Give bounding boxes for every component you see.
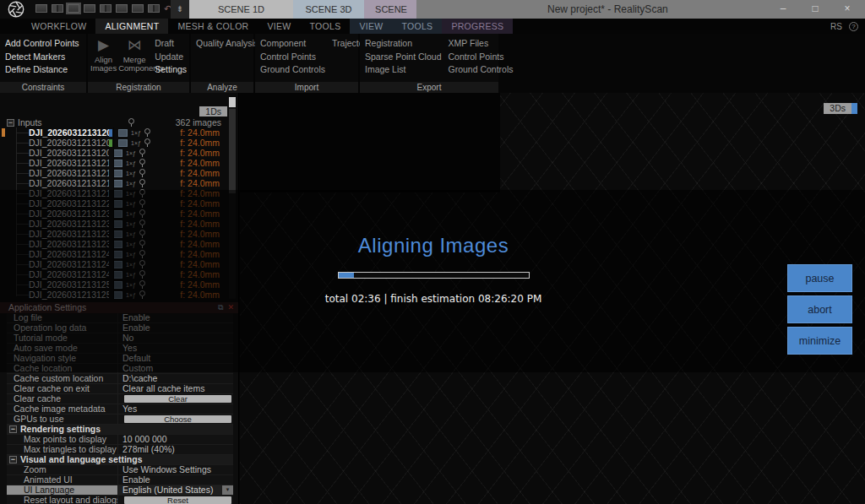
image-list-row[interactable]: DJI_20260312131227_01×ƒf: 24.0mm (0, 198, 238, 209)
view-badge-1ds[interactable]: 1Ds (199, 103, 227, 118)
quality-analysis-button[interactable]: Quality Analysis (196, 37, 258, 51)
ground-controls-button[interactable]: Ground Controls (448, 63, 513, 77)
detect-markers-button[interactable]: Detect Markers (5, 51, 79, 64)
ribbon-tab-alignment[interactable]: ALIGNMENT (95, 19, 168, 34)
settings-row[interactable]: Log fileEnable (7, 313, 233, 323)
image-list-row[interactable]: DJI_20260312131216_01×ƒf: 24.0mm (0, 178, 238, 188)
minimize-progress-button[interactable]: minimize (787, 327, 852, 355)
ribbon-tab-workflow[interactable]: WORKFLOW (22, 19, 95, 34)
control-points-button[interactable]: Control Points (260, 51, 325, 64)
image-list-row[interactable]: DJI_20260312131236_01×ƒf: 24.0mm (0, 229, 238, 239)
close-window-button[interactable]: × (831, 0, 863, 19)
define-distance-button[interactable]: Define Distance (5, 63, 79, 77)
settings-row[interactable]: Max triangles to display (Max...278mil (… (7, 445, 233, 455)
image-list-row[interactable]: DJI_20260312131253_01×ƒf: 24.0mm (0, 290, 238, 300)
image-list-row[interactable]: DJI_20260312131201_01×ƒf: 24.0mm (0, 127, 238, 138)
close-panel-icon[interactable]: ✕ (227, 302, 234, 313)
settings-row[interactable]: GPUs to useChoose (7, 415, 233, 425)
settings-row[interactable]: Navigation styleDefault (7, 354, 233, 364)
xmp-files-button[interactable]: XMP Files (448, 37, 513, 51)
ribbon-tab-tools[interactable]: TOOLS (393, 19, 443, 34)
image-list-button[interactable]: Image List (365, 63, 441, 77)
settings-row[interactable]: ZoomUse Windows Settings (7, 465, 233, 475)
image-list-row[interactable]: DJI_20260312131213_01×ƒf: 24.0mm (0, 168, 238, 178)
settings-row[interactable]: Cache locationCustom (7, 364, 233, 374)
ribbon-tab-view[interactable]: VIEW (258, 19, 301, 34)
add-control-points-button[interactable]: Add Control Points (5, 37, 79, 51)
settings-row[interactable]: Tutorial modeNo (7, 333, 233, 344)
settings-row[interactable]: Operation log dataEnable (7, 323, 233, 333)
settings-row[interactable]: Animated UIEnable (7, 475, 233, 485)
ribbon-tab-tools[interactable]: TOOLS (301, 19, 351, 34)
settings-button[interactable]: Settings (155, 63, 187, 77)
minimize-window-button[interactable]: – (767, 0, 799, 19)
scrollbar-top-button[interactable] (229, 97, 236, 107)
maximize-window-button[interactable]: □ (799, 0, 831, 19)
image-list-row[interactable]: DJI_20260312131204_01×ƒf: 24.0mm (0, 138, 238, 148)
image-list-row[interactable]: DJI_20260312131250_01×ƒf: 24.0mm (0, 279, 238, 290)
clear-button[interactable]: Clear (124, 395, 231, 403)
layout-two-pane-icon[interactable] (68, 4, 79, 13)
image-list-row[interactable]: DJI_20260312131244_01×ƒf: 24.0mm (0, 259, 238, 269)
ribbon-pin-icon[interactable]: ⇟ (171, 0, 189, 19)
settings-section-rendering-settings[interactable]: −Rendering settings (7, 425, 233, 435)
image-list-row[interactable]: DJI_20260312131238_01×ƒf: 24.0mm (0, 239, 238, 249)
layout-left-main-icon[interactable] (84, 4, 95, 13)
help-icon[interactable]: ? (849, 22, 858, 31)
scene-tab-scene-1d[interactable]: SCENE 1D (189, 0, 293, 19)
inputs-tree-root[interactable]: − Inputs (7, 117, 42, 127)
settings-row[interactable]: Clear cacheClear (7, 394, 233, 404)
ui-language-select[interactable]: English (United States) (118, 485, 222, 495)
settings-panel-header[interactable]: Application Settings ⧉ ✕ (0, 302, 238, 313)
chevron-down-icon[interactable]: ▼ (222, 485, 233, 495)
settings-row[interactable]: Clear cache on exitClear all cache items (7, 384, 233, 394)
settings-row[interactable]: Cache custom locationD:\cache (7, 374, 233, 384)
image-list-row[interactable]: DJI_20260312131241_01×ƒf: 24.0mm (0, 249, 238, 259)
layout-rows-icon[interactable] (132, 4, 144, 13)
scene-tab-scene[interactable]: SCENE (364, 0, 418, 19)
ribbon-tab-view[interactable]: VIEW (350, 19, 392, 34)
control-points-button[interactable]: Control Points (448, 51, 513, 64)
float-panel-icon[interactable]: ⧉ (218, 302, 223, 313)
layout-grid-icon[interactable] (116, 4, 128, 13)
image-list-row[interactable]: DJI_20260312131230_01×ƒf: 24.0mm (0, 209, 238, 219)
layout-mixed-icon[interactable] (148, 4, 160, 13)
pause-button[interactable]: pause (787, 264, 852, 292)
image-list-row[interactable]: DJI_20260312131219_01×ƒf: 24.0mm (0, 188, 238, 198)
choose-button[interactable]: Choose (124, 415, 231, 423)
view-badge-3ds[interactable]: 3Ds (824, 103, 857, 114)
image-list-row[interactable]: DJI_20260312131233_01×ƒf: 24.0mm (0, 219, 238, 229)
ground-controls-button[interactable]: Ground Controls (260, 63, 325, 77)
abort-button[interactable]: abort (787, 295, 852, 323)
settings-row[interactable]: UI LanguageEnglish (United States)▼ (7, 485, 233, 496)
layout-quad-icon[interactable] (100, 4, 112, 13)
layout-single-icon[interactable] (35, 4, 47, 13)
image-list-row[interactable]: DJI_20260312131247_01×ƒf: 24.0mm (0, 269, 238, 279)
registration-button[interactable]: Registration (365, 37, 441, 51)
sparse-point-cloud-button[interactable]: Sparse Point Cloud (365, 51, 441, 64)
ribbon-tab-progress[interactable]: PROGRESS (442, 19, 513, 34)
settings-row[interactable]: Max points to display10 000 000 (7, 435, 233, 445)
scrollbar-thumb[interactable] (229, 109, 236, 193)
component-button[interactable]: Component (260, 37, 325, 51)
settings-section-visual-and-language-settings[interactable]: −Visual and language settings (7, 455, 233, 465)
settings-row[interactable]: Reset layout and dialogsReset (7, 496, 233, 504)
scene-tab-scene-3d[interactable]: SCENE 3D (293, 0, 364, 19)
align-images-button[interactable]: ▶Align Images (90, 35, 117, 81)
layout-three-columns-icon[interactable] (52, 4, 63, 13)
settings-row[interactable]: Cache image metadataYes (7, 404, 233, 415)
collapse-icon[interactable]: − (7, 119, 14, 127)
image-list-scrollbar[interactable] (229, 97, 236, 299)
image-list-row[interactable]: DJI_20260312131210_01×ƒf: 24.0mm (0, 158, 238, 168)
settings-row[interactable]: Auto save modeYes (7, 344, 233, 354)
rs-account-label[interactable]: RS (830, 22, 842, 31)
update-button[interactable]: Update (155, 51, 187, 64)
ribbon-tab-mesh-color[interactable]: MESH & COLOR (168, 19, 258, 34)
titlebar-drag-area[interactable]: New project* - RealityScan –□× (416, 0, 865, 19)
collapse-icon[interactable]: − (9, 425, 17, 433)
merge-components-button[interactable]: ⋈Merge Components (118, 35, 150, 81)
draft-button[interactable]: Draft (155, 37, 187, 51)
image-list-row[interactable]: DJI_20260312131207_01×ƒf: 24.0mm (0, 148, 238, 158)
reset-button[interactable]: Reset (124, 496, 231, 504)
collapse-icon[interactable]: − (9, 456, 17, 463)
